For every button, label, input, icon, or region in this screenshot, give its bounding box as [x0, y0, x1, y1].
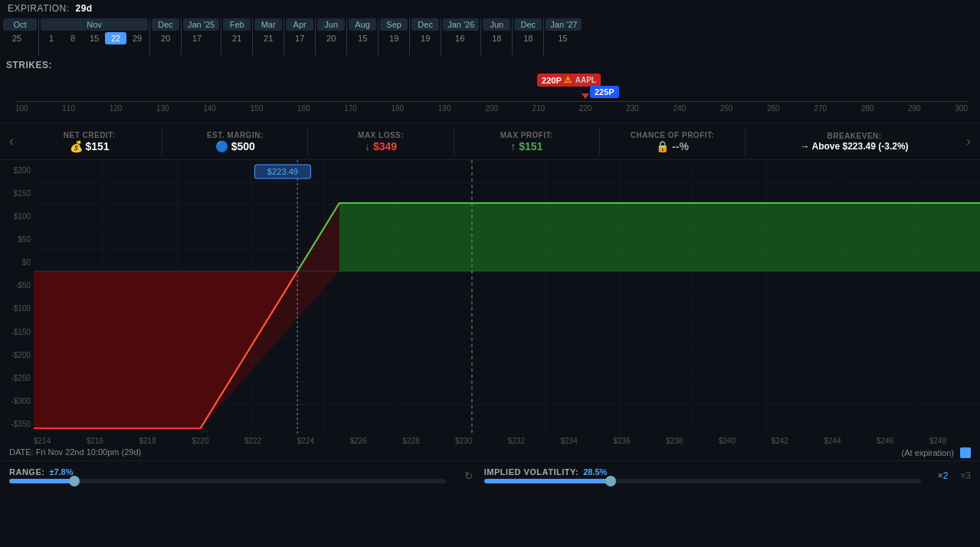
max-loss-label: MAX LOSS:: [308, 131, 453, 139]
chart-area: $200 $150 $100 $50 $0 -$50 -$100 -$150 -…: [0, 160, 980, 434]
stat-max-loss: MAX LOSS: ↓ $349: [308, 131, 453, 152]
month-block-mar: Mar 21: [254, 18, 282, 44]
month-block-apr: Apr 17: [286, 18, 313, 44]
iv-slider-thumb[interactable]: [605, 476, 616, 486]
est-margin-label: EST. MARGIN:: [162, 131, 307, 139]
svg-marker-26: [339, 203, 980, 271]
date-15-jan27[interactable]: 15: [546, 32, 579, 44]
est-margin-value: 🔵 $500: [162, 140, 307, 152]
ticker-label: AAPL: [575, 76, 596, 84]
range-label: RANGE:: [9, 467, 44, 477]
breakeven-label: BREAKEVEN:: [746, 132, 963, 140]
stat-max-profit: MAX PROFIT: ↑ $151: [454, 131, 599, 152]
date-20-jun[interactable]: 20: [317, 32, 345, 44]
nav-right-arrow[interactable]: ›: [963, 133, 974, 149]
date-19-sep[interactable]: 19: [380, 32, 408, 44]
iv-refresh-icon[interactable]: ↻: [461, 470, 477, 482]
month-block-jun1: Jun 20: [317, 18, 345, 44]
multiplier-x3[interactable]: ×3: [960, 470, 971, 481]
strikes-section: STRIKES: 1001101201301401501601701801902…: [0, 57, 980, 123]
month-block-aug: Aug 15: [349, 18, 376, 44]
stat-net-credit: NET CREDIT: 💰 $151: [17, 131, 162, 152]
up-arrow-icon: ↑: [510, 140, 516, 152]
month-block-jan25: Jan '25 17: [183, 18, 219, 44]
date-22-nov[interactable]: 22: [105, 32, 126, 44]
bottom-info: DATE: Fri Nov 22nd 10:00pm (29d) (At exp…: [0, 445, 980, 460]
date-29-nov[interactable]: 29: [126, 32, 148, 44]
margin-icon: 🔵: [215, 140, 228, 152]
range-slider-group: RANGE: ±7.8%: [9, 467, 446, 483]
month-block-jun2: Jun 18: [483, 18, 510, 44]
month-block-dec2: Dec 19: [411, 18, 439, 44]
payoff-chart: $223.49: [34, 160, 980, 434]
right-arrow-icon: →: [801, 141, 810, 152]
expiration-label: EXPIRATION: 29d: [8, 3, 93, 14]
range-slider-track[interactable]: [9, 479, 446, 483]
strike-225-badge[interactable]: 225P: [590, 86, 619, 98]
iv-value: 28.5%: [583, 467, 607, 477]
date-20-dec[interactable]: 20: [152, 32, 179, 44]
strike-220-badge[interactable]: 220P ⚠ AAPL: [537, 74, 601, 87]
iv-slider-track[interactable]: [484, 479, 921, 483]
date-display: DATE: Fri Nov 22nd 10:00pm (29d): [9, 447, 141, 458]
stats-row: ‹ NET CREDIT: 💰 $151 EST. MARGIN: 🔵 $500…: [0, 123, 980, 160]
lock-icon: 🔒: [656, 140, 669, 152]
month-label-oct: Oct: [3, 18, 37, 31]
max-profit-value: ↑ $151: [454, 140, 599, 152]
x-axis-labels: $214$216$218$220$222$224$226$228$230$232…: [0, 434, 980, 445]
breakeven-value: → Above $223.49 (-3.2%): [746, 141, 963, 152]
max-profit-label: MAX PROFIT:: [454, 131, 599, 139]
date-15-nov[interactable]: 15: [84, 32, 105, 44]
expiration-days: 29d: [75, 3, 92, 14]
date-25-oct[interactable]: 25: [3, 32, 31, 44]
month-label-dec1: Dec: [152, 18, 179, 31]
month-block-jan26: Jan '26 16: [443, 18, 479, 44]
month-block-jan27: Jan '27 15: [546, 18, 582, 44]
multipliers: ×2 ×3: [938, 470, 971, 481]
sliders-row: RANGE: ±7.8% ↻ IMPLIED VOLATILITY: 28.5%…: [0, 460, 980, 490]
strikes-label: STRIKES:: [6, 60, 52, 70]
stat-breakeven: BREAKEVEN: → Above $223.49 (-3.2%): [746, 132, 963, 152]
month-block-oct: Oct 25: [3, 18, 37, 44]
date-21-feb[interactable]: 21: [223, 32, 251, 44]
range-value: ±7.8%: [49, 467, 73, 477]
chance-profit-value: 🔒 --%: [600, 140, 745, 152]
chance-profit-label: CHANCE OF PROFIT:: [600, 131, 745, 139]
date-18-jun2[interactable]: 18: [483, 32, 510, 44]
month-block-dec3: Dec 18: [514, 18, 542, 44]
at-expiration-label: (At expiration): [902, 448, 954, 457]
date-15-aug[interactable]: 15: [349, 32, 376, 44]
net-credit-label: NET CREDIT:: [17, 131, 162, 139]
nav-left-arrow[interactable]: ‹: [6, 133, 17, 149]
date-16-jan26[interactable]: 16: [443, 32, 477, 44]
month-block-nov: Nov 1 8 15 22 29: [41, 18, 148, 44]
iv-slider-group: IMPLIED VOLATILITY: 28.5%: [484, 467, 921, 483]
month-label-nov: Nov: [41, 18, 148, 31]
coin-icon: 💰: [70, 140, 83, 152]
timeline-scroll[interactable]: [960, 447, 971, 458]
stat-est-margin: EST. MARGIN: 🔵 $500: [162, 131, 307, 152]
date-nav: Oct 25 Nov 1 8 15 22 29 Dec 20 Jan '25 1…: [0, 17, 980, 57]
warning-icon: ⚠: [564, 75, 572, 85]
date-1-nov[interactable]: 1: [41, 32, 62, 44]
month-block-dec1: Dec 20: [152, 18, 179, 44]
svg-text:$223.49: $223.49: [267, 167, 298, 176]
stat-chance-profit: CHANCE OF PROFIT: 🔒 --%: [600, 131, 745, 152]
multiplier-x2[interactable]: ×2: [938, 470, 949, 481]
date-21-mar[interactable]: 21: [254, 32, 282, 44]
max-loss-value: ↓ $349: [308, 140, 453, 152]
date-8-nov[interactable]: 8: [62, 32, 84, 44]
down-arrow-icon: ↓: [365, 140, 370, 152]
month-block-sep: Sep 19: [380, 18, 408, 44]
date-18-dec3[interactable]: 18: [514, 32, 542, 44]
net-credit-value: 💰 $151: [17, 140, 162, 152]
range-slider-thumb[interactable]: [69, 476, 80, 486]
date-19-dec2[interactable]: 19: [411, 32, 439, 44]
month-block-feb: Feb 21: [223, 18, 251, 44]
iv-label: IMPLIED VOLATILITY:: [484, 467, 578, 477]
date-17-jan25[interactable]: 17: [183, 32, 211, 44]
date-17-apr[interactable]: 17: [286, 32, 313, 44]
